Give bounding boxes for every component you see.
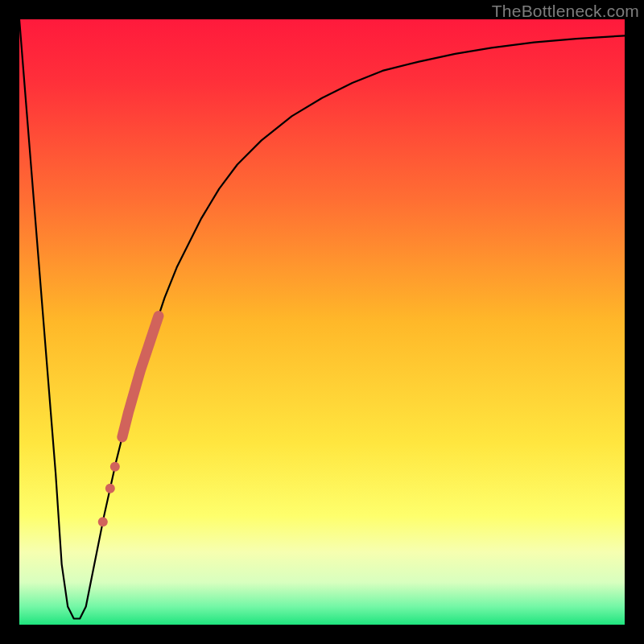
plot-area	[19, 19, 625, 625]
highlight-dot-0	[110, 462, 120, 472]
highlight-dot-2	[98, 517, 108, 526]
bottleneck-curve	[19, 19, 625, 625]
watermark-text: TheBottleneck.com	[492, 2, 639, 21]
chart-frame: TheBottleneck.com	[0, 0, 644, 644]
highlight-segment	[122, 316, 159, 436]
highlight-dot-1	[105, 484, 115, 493]
